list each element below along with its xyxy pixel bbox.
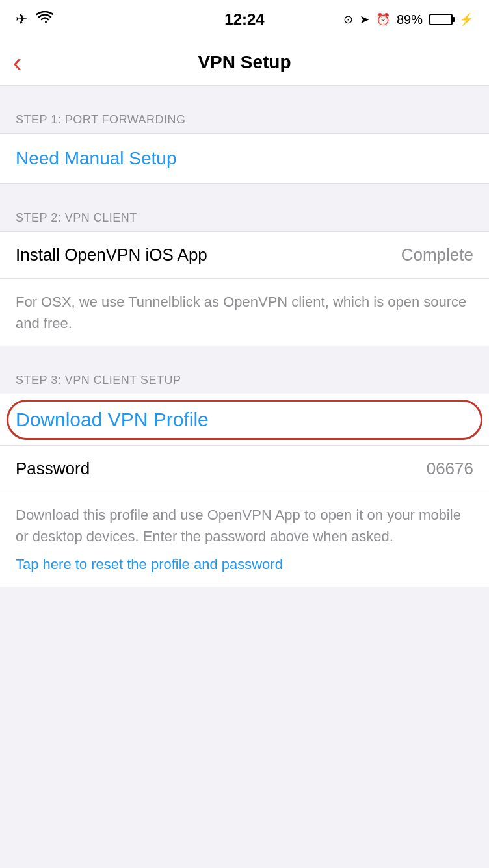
install-openvpn-row: Install OpenVPN iOS App Complete (0, 232, 489, 279)
step2-description-text: For OSX, we use Tunnelblick as OpenVPN c… (16, 294, 466, 331)
password-label: Password (16, 459, 90, 479)
step3-description-block: Download this profile and use OpenVPN Ap… (0, 492, 489, 587)
install-openvpn-label: Install OpenVPN iOS App (16, 245, 207, 265)
battery-icon (429, 14, 453, 25)
bottom-spacer (0, 587, 489, 782)
step3-password-row: Password 06676 (0, 446, 489, 492)
status-left-icons: ✈ (16, 11, 53, 28)
install-openvpn-status: Complete (401, 245, 473, 265)
nav-bar: ‹ VPN Setup (0, 39, 489, 86)
status-right-icons: ⊙ ➤ ⏰ 89% ⚡ (343, 12, 473, 27)
status-time: 12:24 (224, 10, 264, 29)
reset-profile-link[interactable]: Tap here to reset the profile and passwo… (16, 554, 473, 575)
need-manual-setup-link[interactable]: Need Manual Setup (0, 134, 489, 183)
page-title: VPN Setup (198, 52, 291, 73)
battery-percent: 89% (397, 12, 423, 27)
alarm-icon: ⏰ (376, 12, 390, 27)
location-icon: ➤ (360, 12, 369, 27)
password-row: Password 06676 (0, 446, 489, 492)
step2-description: For OSX, we use Tunnelblick as OpenVPN c… (0, 279, 489, 346)
download-vpn-profile-row[interactable]: Download VPN Profile (0, 394, 489, 446)
lock-icon: ⊙ (343, 12, 353, 27)
step3-description-text: Download this profile and use OpenVPN Ap… (16, 507, 461, 544)
step2-content: Install OpenVPN iOS App Complete For OSX… (0, 231, 489, 346)
charging-icon: ⚡ (459, 12, 473, 27)
back-button[interactable]: ‹ (13, 49, 21, 75)
step1-content: Need Manual Setup (0, 133, 489, 184)
wifi-icon (36, 11, 53, 28)
download-vpn-profile-link[interactable]: Download VPN Profile (16, 409, 209, 430)
step1-header: STEP 1: PORT FORWARDING (0, 101, 489, 133)
step2-header: STEP 2: VPN CLIENT (0, 199, 489, 231)
airplane-icon: ✈ (16, 11, 27, 28)
password-value: 06676 (427, 459, 473, 479)
step3-header: STEP 3: VPN CLIENT SETUP (0, 362, 489, 394)
status-bar: ✈ 12:24 ⊙ ➤ ⏰ 89% ⚡ (0, 0, 489, 39)
